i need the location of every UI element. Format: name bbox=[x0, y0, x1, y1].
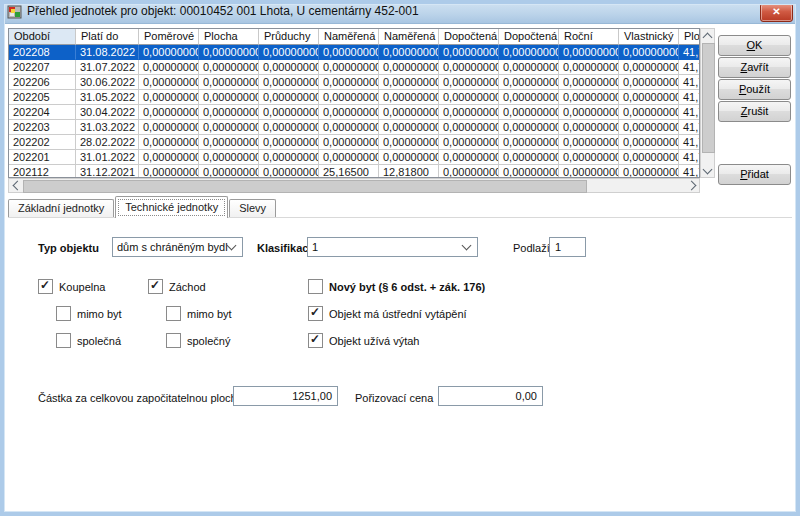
title-bar[interactable]: Přehled jednotek pro objekt: 00010452 00… bbox=[0, 0, 800, 24]
checkbox-box bbox=[38, 279, 53, 294]
close-icon[interactable]: ✕ bbox=[760, 3, 793, 22]
grid-cell: 0,00000000 bbox=[559, 90, 619, 105]
vertical-scrollbar[interactable] bbox=[700, 28, 715, 178]
table-row[interactable]: 20220731.07.20220,000000000,000000000,00… bbox=[9, 60, 699, 75]
grid-cell: 0,00000000 bbox=[499, 165, 559, 178]
tab-slevy[interactable]: Slevy bbox=[229, 199, 276, 218]
grid-cell: 0,00000000 bbox=[559, 75, 619, 90]
zrusit-button[interactable]: Zrušit bbox=[718, 101, 791, 122]
grid-cell: 0,00000000 bbox=[619, 150, 679, 165]
grid-cell: 0,00000000 bbox=[499, 60, 559, 75]
grid-cell: 25,16500 bbox=[319, 165, 379, 178]
castka-field[interactable]: 1251,00 bbox=[233, 386, 338, 406]
scroll-left-icon[interactable] bbox=[9, 179, 22, 192]
scroll-up-icon[interactable] bbox=[701, 29, 714, 42]
grid-cell: 0,00000000 bbox=[439, 75, 499, 90]
horizontal-scrollbar[interactable] bbox=[8, 178, 700, 193]
grid-cell: 0,00000000 bbox=[439, 120, 499, 135]
window-title: Přehled jednotek pro objekt: 00010452 00… bbox=[27, 0, 419, 23]
grid-cell: 0,00000000 bbox=[439, 150, 499, 165]
grid-cell: 31.03.2022 bbox=[76, 120, 139, 135]
grid-cell: 0,00000000 bbox=[559, 105, 619, 120]
grid-column-header[interactable]: Poměrové bbox=[139, 29, 199, 45]
horizontal-scroll-thumb[interactable] bbox=[23, 180, 587, 193]
grid-cell: 0,00000000 bbox=[439, 60, 499, 75]
grid-cell: 0,00000000 bbox=[199, 120, 259, 135]
grid-cell: 0,00000000 bbox=[259, 45, 319, 60]
grid-cell: 202112 bbox=[9, 165, 76, 178]
checkbox-uziva-vytah[interactable]: Objekt užívá výtah bbox=[308, 333, 420, 348]
pridat-button[interactable]: Přidat bbox=[718, 164, 791, 185]
ok-button[interactable]: OK bbox=[718, 35, 791, 56]
grid-column-header[interactable]: Naměřená bbox=[319, 29, 379, 45]
grid-column-header[interactable]: Platí do bbox=[76, 29, 139, 45]
porizovaci-cena-field[interactable]: 0,00 bbox=[438, 386, 543, 406]
scroll-right-icon[interactable] bbox=[686, 179, 699, 192]
grid-column-header[interactable]: Dopočtená bbox=[499, 29, 559, 45]
checkbox-ustredni-vytapeni[interactable]: Objekt má ústřední vytápění bbox=[308, 306, 467, 321]
grid-cell: 31.05.2022 bbox=[76, 90, 139, 105]
checkbox-koupelna-mimo-byt[interactable]: mimo byt bbox=[56, 306, 122, 321]
tab-zakladni-jednotky[interactable]: Základní jednotky bbox=[8, 199, 114, 218]
grid-cell: 0,00000000 bbox=[259, 105, 319, 120]
grid-cell: 202203 bbox=[9, 120, 76, 135]
klasifikace-select[interactable]: 1 bbox=[307, 237, 478, 257]
grid-cell: 0,00000000 bbox=[559, 135, 619, 150]
grid-column-header[interactable]: Období bbox=[9, 29, 76, 45]
table-row[interactable]: 20220630.06.20220,000000000,000000000,00… bbox=[9, 75, 699, 90]
grid-cell: 0,00000000 bbox=[319, 120, 379, 135]
grid-cell: 41,70 bbox=[679, 150, 700, 165]
checkbox-box bbox=[56, 333, 71, 348]
pouzit-button[interactable]: Použít bbox=[718, 79, 791, 100]
app-icon bbox=[7, 4, 22, 19]
scroll-down-icon[interactable] bbox=[701, 164, 714, 177]
grid-cell: 0,00000000 bbox=[319, 105, 379, 120]
checkbox-koupelna-spolecna[interactable]: společná bbox=[56, 333, 121, 348]
grid-cell: 202207 bbox=[9, 60, 76, 75]
grid-column-header[interactable]: Průduchy bbox=[259, 29, 319, 45]
grid-column-header[interactable]: Vlastnický bbox=[619, 29, 679, 45]
grid-cell: 0,00000000 bbox=[319, 75, 379, 90]
table-row[interactable]: 20220430.04.20220,000000000,000000000,00… bbox=[9, 105, 699, 120]
podlazi-field[interactable]: 1 bbox=[549, 237, 586, 257]
grid-cell: 0,00000000 bbox=[379, 135, 439, 150]
grid-cell: 41,70 bbox=[679, 90, 700, 105]
grid-cell: 202202 bbox=[9, 135, 76, 150]
grid-cell: 0,00000000 bbox=[139, 135, 199, 150]
grid-cell: 0,00000000 bbox=[199, 165, 259, 178]
grid-column-header[interactable]: Plocha bbox=[199, 29, 259, 45]
table-row[interactable]: 20220131.01.20220,000000000,000000000,00… bbox=[9, 150, 699, 165]
grid-cell: 0,00000000 bbox=[259, 60, 319, 75]
checkbox-zachod-mimo-byt[interactable]: mimo byt bbox=[166, 306, 232, 321]
typ-objektu-select[interactable]: dům s chráněným bydl bbox=[112, 237, 243, 257]
grid-cell: 0,00000000 bbox=[439, 165, 499, 178]
grid-cell: 31.08.2022 bbox=[76, 45, 139, 60]
tab-technicke-jednotky[interactable]: Technické jednotky bbox=[115, 196, 228, 218]
zavrit-button[interactable]: Zavřít bbox=[718, 57, 791, 78]
grid-cell: 31.01.2022 bbox=[76, 150, 139, 165]
checkbox-novy-byt[interactable]: Nový byt (§ 6 odst. + zák. 176) bbox=[308, 279, 485, 294]
grid-cell: 0,00000000 bbox=[139, 105, 199, 120]
checkbox-box bbox=[308, 306, 323, 321]
table-row[interactable]: 20220331.03.20220,000000000,000000000,00… bbox=[9, 120, 699, 135]
typ-objektu-label: Typ objektu bbox=[38, 242, 99, 254]
grid-cell: 0,00000000 bbox=[319, 150, 379, 165]
grid-cell: 12,81800 bbox=[379, 165, 439, 178]
checkbox-zachod[interactable]: Záchod bbox=[148, 279, 206, 294]
checkbox-box bbox=[56, 306, 71, 321]
table-row[interactable]: 20220531.05.20220,000000000,000000000,00… bbox=[9, 90, 699, 105]
table-row[interactable]: 20211231.12.20210,000000000,000000000,00… bbox=[9, 165, 699, 178]
table-row[interactable]: 20220831.08.20220,000000000,000000000,00… bbox=[9, 45, 699, 60]
grid-cell: 0,00000000 bbox=[319, 90, 379, 105]
grid-column-header[interactable]: Plocha bbox=[679, 29, 700, 45]
grid-column-header[interactable]: Naměřená bbox=[379, 29, 439, 45]
checkbox-zachod-spolecny[interactable]: společný bbox=[166, 333, 230, 348]
grid-column-header[interactable]: Dopočtená bbox=[439, 29, 499, 45]
grid-cell: 0,00000000 bbox=[139, 75, 199, 90]
podlazi-label: Podlaží bbox=[513, 242, 550, 254]
grid-cell: 0,00000000 bbox=[619, 60, 679, 75]
table-row[interactable]: 20220228.02.20220,000000000,000000000,00… bbox=[9, 135, 699, 150]
grid-column-header[interactable]: Roční bbox=[559, 29, 619, 45]
checkbox-koupelna[interactable]: Koupelna bbox=[38, 279, 106, 294]
vertical-scroll-thumb[interactable] bbox=[702, 43, 715, 153]
